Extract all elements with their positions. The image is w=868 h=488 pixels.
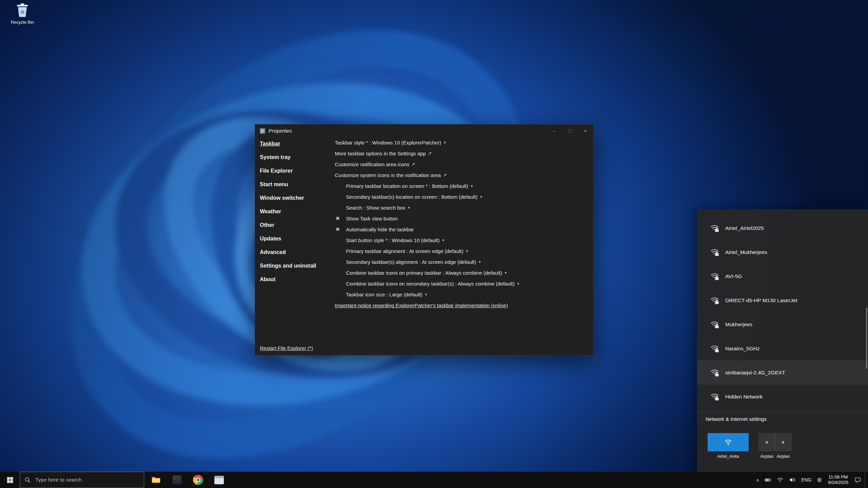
gear-icon: ⚙ (817, 477, 822, 483)
network-tray-button[interactable] (774, 472, 786, 488)
close-button[interactable]: × (578, 124, 593, 137)
taskbar-clock[interactable]: 11:08 PM 9/24/2025 (825, 474, 852, 486)
maximize-button[interactable]: □ (562, 124, 578, 137)
settings-row[interactable]: × Start button style * : Windows 10 (def… (335, 235, 591, 246)
dropdown-caret-icon: ▾ (466, 249, 468, 253)
sidebar-item-label: Settings and uninstall (260, 263, 316, 269)
settings-row-label: Secondary taskbar(s) location on screen … (346, 194, 478, 200)
sidebar-item-label: About (260, 276, 275, 282)
start-button[interactable] (0, 472, 20, 488)
settings-row[interactable]: × Taskbar style * : Windows 10 (Explorer… (335, 137, 591, 148)
window-controls: – □ × (546, 124, 593, 137)
settings-row-label: More taskbar options in the Settings app (335, 151, 426, 156)
properties-app-button[interactable] (209, 472, 230, 488)
svg-text:♻: ♻ (20, 9, 24, 15)
airplane-tile-group-1: ✈ Airplan (758, 433, 775, 459)
file-explorer-button[interactable] (146, 472, 167, 488)
airplane-mode-tile-1[interactable]: ✈ (758, 433, 775, 451)
wifi-network-row[interactable]: simbanaqvi-2.4G_2GEXT (697, 360, 868, 385)
settings-row[interactable]: × Combine taskbar icons on secondary tas… (335, 278, 591, 289)
network-settings-link[interactable]: Network & Internet settings (706, 416, 767, 422)
sidebar-item[interactable]: System tray (260, 151, 335, 164)
sidebar-item[interactable]: Updates (260, 232, 335, 246)
airplane-mode-tile-2[interactable]: ✈ (775, 433, 792, 451)
wifi-network-row[interactable]: Airtel_Airtel2025 (697, 216, 868, 240)
dark-app-button[interactable] (167, 472, 188, 488)
battery-icon (765, 476, 771, 483)
settings-row[interactable]: × Automatically hide the taskbar ↗ ▾ (335, 224, 591, 235)
sidebar-item-label: Taskbar (260, 141, 280, 147)
settings-row[interactable]: × Primary taskbar location on screen * :… (335, 180, 591, 191)
wifi-network-row[interactable]: Airtel_Mukherjees (697, 240, 868, 264)
restart-file-explorer-link[interactable]: Restart File Explorer (*) (260, 345, 313, 351)
minimize-button[interactable]: – (546, 124, 562, 137)
settings-row[interactable]: × Customize system icons in the notifica… (335, 170, 591, 180)
wifi-toggle-tile[interactable] (708, 433, 749, 451)
wifi-network-row[interactable]: AVI-5G (697, 264, 868, 288)
wifi-tile-icon (724, 438, 733, 447)
settings-row[interactable]: × Secondary taskbar(s) location on scree… (335, 191, 591, 202)
settings-row[interactable]: × Primary taskbar alignment : At screen … (335, 246, 591, 256)
wifi-network-row[interactable]: Narains_5GHz (697, 336, 868, 360)
sidebar-item[interactable]: Taskbar (260, 137, 335, 151)
search-input[interactable] (35, 476, 144, 483)
system-tray: ∧ (753, 472, 868, 488)
settings-row[interactable]: × Search : Show search box ↗ ▾ (335, 202, 591, 213)
sidebar-item[interactable]: Weather (260, 205, 335, 218)
sidebar-item[interactable]: Settings and uninstall (260, 259, 335, 273)
language-indicator[interactable]: ENG (798, 472, 814, 488)
settings-row[interactable]: × Customize notification area icons ↗ ▾ (335, 159, 591, 170)
chrome-icon (193, 475, 203, 485)
wifi-network-row[interactable]: DIRECT-d5-HP M130 LaserJet (697, 288, 868, 312)
windows-logo-icon (6, 476, 14, 484)
taskbar-search[interactable] (20, 472, 144, 488)
settings-row[interactable]: × Combine taskbar icons on primary taskb… (335, 267, 591, 278)
volume-tray-button[interactable] (786, 472, 798, 488)
settings-row[interactable]: × Show Task view button ↗ ▾ (335, 213, 591, 224)
sidebar-item[interactable]: Window switcher (260, 191, 335, 205)
settings-row-label: Customize notification area icons (335, 161, 409, 167)
sidebar-item[interactable]: About (260, 273, 335, 286)
properties-app-icon (214, 476, 224, 484)
dropdown-caret-icon: ▾ (505, 271, 507, 275)
sidebar-item[interactable]: File Explorer (260, 164, 335, 178)
wifi-secured-icon (710, 344, 719, 353)
airplane-tile-label-1: Airplan (758, 454, 775, 459)
airplane-tile-group-2: ✈ Airplan (775, 433, 792, 459)
settings-row[interactable]: × Taskbar icon size : Large (default) ↗ … (335, 289, 591, 300)
show-desktop-button[interactable] (865, 472, 868, 488)
sidebar-item[interactable]: Start menu (260, 178, 335, 191)
external-link-icon: ↗ (428, 151, 432, 156)
chrome-button[interactable] (188, 472, 209, 488)
clock-time: 11:08 PM (828, 474, 848, 480)
settings-row-label: Search : Show search box (346, 205, 405, 211)
wifi-tile-label: Airtel_Anita (708, 454, 749, 459)
toggle-cross-icon: × (335, 215, 346, 222)
desktop: ♻ Recycle Bin Properties – □ × Taskbar (0, 0, 868, 488)
scrollbar-thumb[interactable] (866, 308, 867, 369)
dark-app-icon (172, 475, 182, 485)
wifi-network-row[interactable]: Hidden Network (697, 385, 868, 409)
sidebar-item[interactable]: Other (260, 218, 335, 232)
battery-tray-button[interactable] (762, 472, 774, 488)
tray-expand-button[interactable]: ∧ (753, 472, 762, 488)
sidebar-item[interactable]: Advanced (260, 246, 335, 259)
wifi-network-name: Narains_5GHz (725, 346, 760, 352)
dropdown-caret-icon: ▾ (442, 238, 444, 242)
settings-row[interactable]: × Important notice regarding ExplorerPat… (335, 300, 591, 311)
settings-row-label: Start button style * : Windows 10 (defau… (346, 237, 440, 243)
wifi-network-row[interactable]: Mukherjees (697, 312, 868, 336)
wifi-quick-tile-group: Airtel_Anita (708, 433, 749, 459)
settings-row[interactable]: × Secondary taskbar(s) alignment : At sc… (335, 256, 591, 267)
action-center-button[interactable] (852, 472, 864, 488)
window-title: Properties (269, 128, 292, 134)
chevron-up-icon: ∧ (756, 477, 759, 483)
properties-window-icon (259, 128, 266, 134)
settings-tray-button[interactable]: ⚙ (814, 472, 825, 488)
search-icon (24, 477, 31, 483)
airplane-icon: ✈ (765, 440, 769, 445)
recycle-bin[interactable]: ♻ Recycle Bin (5, 3, 40, 25)
window-titlebar[interactable]: Properties – □ × (255, 124, 593, 137)
settings-row[interactable]: × More taskbar options in the Settings a… (335, 148, 591, 159)
sidebar-item-label: Updates (260, 236, 281, 242)
